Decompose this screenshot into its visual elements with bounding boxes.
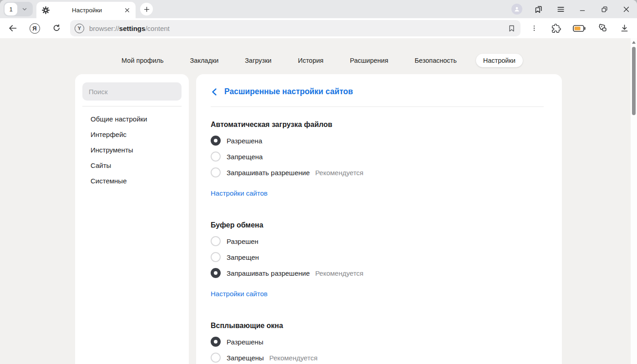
- menu-icon[interactable]: [555, 4, 566, 15]
- battery-icon[interactable]: [572, 23, 586, 34]
- page-title[interactable]: Расширенные настройки сайтов: [224, 87, 353, 96]
- recommended-note: Рекомендуется: [269, 354, 318, 362]
- tab-title: Настройки: [50, 7, 124, 14]
- radio-option[interactable]: Разрешены: [211, 336, 544, 347]
- radio-option[interactable]: Разрешена: [211, 135, 544, 146]
- stacked-bookmarks-icon[interactable]: [533, 4, 544, 15]
- nav-tab-extensions[interactable]: Расширения: [343, 54, 395, 67]
- site-settings-link[interactable]: Настройки сайтов: [211, 189, 268, 197]
- gear-icon: [42, 6, 50, 14]
- radio-option[interactable]: Запрещена: [211, 151, 544, 162]
- profile-avatar[interactable]: [511, 4, 522, 15]
- yandex-logo[interactable]: Я: [29, 23, 40, 34]
- section-title: Автоматическая загрузка файлов: [211, 121, 544, 129]
- section-title: Всплывающие окна: [211, 322, 544, 330]
- sidebar-divider: [82, 106, 182, 106]
- new-tab-button[interactable]: [140, 3, 153, 15]
- collections-icon[interactable]: [597, 23, 608, 34]
- reload-icon[interactable]: [51, 23, 62, 34]
- radio-button[interactable]: [211, 136, 221, 146]
- sidebar-item-tools[interactable]: Инструменты: [82, 142, 182, 157]
- site-settings-link[interactable]: Настройки сайтов: [211, 290, 268, 298]
- address-bar[interactable]: Y browser://settings/content: [70, 20, 521, 36]
- section-auto-downloads: Автоматическая загрузка файлов Разрешена…: [211, 121, 544, 197]
- back-chevron-icon[interactable]: [211, 88, 218, 96]
- close-window-icon[interactable]: [621, 4, 632, 15]
- nav-tab-profile[interactable]: Мой профиль: [114, 54, 171, 67]
- chevron-down-icon[interactable]: [21, 6, 28, 12]
- sidebar-item-sites[interactable]: Сайты: [82, 157, 182, 173]
- radio-option[interactable]: Запрашивать разрешение Рекомендуется: [211, 268, 544, 278]
- sidebar-item-system[interactable]: Системные: [82, 173, 182, 188]
- nav-tab-security[interactable]: Безопасность: [407, 54, 464, 67]
- puzzle-icon[interactable]: [551, 23, 561, 34]
- nav-tab-bookmarks[interactable]: Закладки: [183, 54, 226, 67]
- scrollbar-thumb[interactable]: [632, 47, 636, 115]
- radio-option[interactable]: Запрещен: [211, 252, 544, 263]
- settings-nav: Мой профиль Закладки Загрузки История Ра…: [0, 38, 637, 68]
- sidebar-item-general[interactable]: Общие настройки: [82, 111, 182, 126]
- back-button[interactable]: [7, 23, 18, 34]
- nav-tab-history[interactable]: История: [291, 54, 331, 67]
- page-header[interactable]: Расширенные настройки сайтов: [211, 87, 544, 96]
- sidebar-item-interface[interactable]: Интерфейс: [82, 126, 182, 142]
- browser-tab-settings[interactable]: Настройки: [36, 2, 136, 18]
- tab-count-badge[interactable]: 1: [5, 3, 17, 15]
- recommended-note: Рекомендуется: [315, 269, 364, 277]
- scroll-up-arrow[interactable]: [632, 41, 636, 44]
- radio-button[interactable]: [211, 236, 221, 246]
- radio-button[interactable]: [211, 353, 221, 363]
- browser-window: 1 Настройки: [0, 0, 637, 364]
- radio-button[interactable]: [211, 268, 221, 278]
- radio-option[interactable]: Разрешен: [211, 236, 544, 247]
- section-title: Буфер обмена: [211, 221, 544, 229]
- browser-toolbar: Я Y browser://settings/content: [0, 18, 637, 38]
- settings-sidebar: Общие настройки Интерфейс Инструменты Са…: [75, 74, 189, 364]
- minimize-icon[interactable]: [577, 4, 588, 15]
- nav-tab-downloads[interactable]: Загрузки: [238, 54, 278, 67]
- nav-tab-settings[interactable]: Настройки: [476, 54, 523, 67]
- page-scrollbar[interactable]: [631, 38, 637, 364]
- tab-counter[interactable]: 1: [4, 2, 33, 16]
- download-icon[interactable]: [619, 23, 630, 34]
- bookmark-flag-icon[interactable]: [507, 24, 516, 33]
- radio-option[interactable]: Запрашивать разрешение Рекомендуется: [211, 167, 544, 178]
- close-tab-icon[interactable]: [124, 7, 130, 13]
- search-input[interactable]: [82, 82, 182, 101]
- radio-button[interactable]: [211, 167, 221, 177]
- settings-page: Мой профиль Закладки Загрузки История Ра…: [0, 38, 637, 364]
- radio-button[interactable]: [211, 252, 221, 262]
- section-clipboard: Буфер обмена Разрешен Запрещен Запраш: [211, 221, 544, 298]
- radio-button[interactable]: [211, 337, 221, 347]
- recommended-note: Рекомендуется: [315, 169, 364, 177]
- settings-main-panel: Расширенные настройки сайтов Автоматичес…: [196, 74, 562, 364]
- section-popups: Всплывающие окна Разрешены Запрещены Рек…: [211, 322, 544, 364]
- restore-icon[interactable]: [599, 4, 610, 15]
- site-badge-icon: Y: [75, 24, 84, 33]
- tab-strip: 1 Настройки: [0, 0, 637, 18]
- kebab-menu-icon[interactable]: [529, 23, 540, 34]
- radio-button[interactable]: [211, 152, 221, 162]
- url-text[interactable]: browser://settings/content: [89, 25, 170, 32]
- header-divider: [211, 106, 544, 107]
- radio-option[interactable]: Запрещены Рекомендуется: [211, 352, 544, 363]
